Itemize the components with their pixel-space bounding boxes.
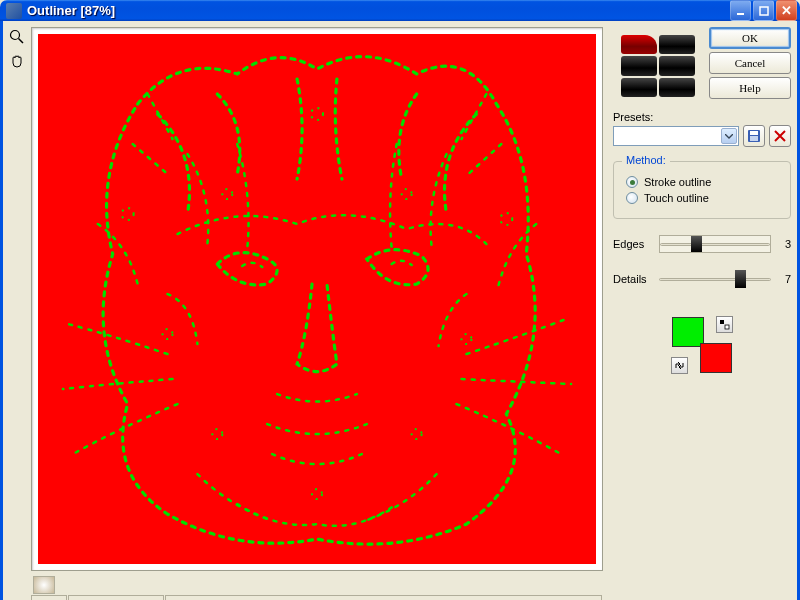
svg-rect-1 bbox=[760, 7, 768, 15]
svg-line-3 bbox=[19, 39, 24, 44]
svg-point-13 bbox=[312, 489, 322, 499]
svg-rect-17 bbox=[720, 320, 724, 324]
svg-rect-15 bbox=[750, 131, 758, 135]
svg-point-7 bbox=[461, 334, 471, 344]
delete-preset-icon[interactable] bbox=[769, 125, 791, 147]
svg-rect-18 bbox=[725, 325, 729, 329]
edges-value: 3 bbox=[777, 238, 791, 250]
svg-point-11 bbox=[212, 429, 222, 439]
edges-label: Edges bbox=[613, 238, 653, 250]
presets-label: Presets: bbox=[613, 111, 791, 123]
method-group: Method: Stroke outline Touch outline bbox=[613, 161, 791, 219]
titlebar[interactable]: Outliner [87%] ✕ bbox=[0, 0, 800, 21]
edges-slider[interactable] bbox=[659, 235, 771, 253]
swap-colors-icon[interactable] bbox=[671, 357, 688, 374]
close-button[interactable]: ✕ bbox=[776, 0, 797, 21]
svg-point-9 bbox=[402, 189, 412, 199]
svg-rect-16 bbox=[750, 136, 758, 141]
radio-label: Touch outline bbox=[644, 192, 709, 204]
presets-combo[interactable] bbox=[613, 126, 739, 146]
svg-point-4 bbox=[122, 208, 134, 220]
svg-point-8 bbox=[222, 189, 232, 199]
status-hint: Click and drag to scroll image in desire… bbox=[165, 595, 602, 600]
color-swatches bbox=[672, 317, 732, 373]
svg-point-12 bbox=[412, 429, 422, 439]
svg-point-2 bbox=[11, 31, 20, 40]
hand-tool-icon[interactable] bbox=[7, 51, 27, 71]
cancel-button[interactable]: Cancel bbox=[709, 52, 791, 74]
svg-point-10 bbox=[311, 108, 323, 120]
zoom-tool-icon[interactable] bbox=[7, 27, 27, 47]
help-button[interactable]: Help bbox=[709, 77, 791, 99]
radio-label: Stroke outline bbox=[644, 176, 711, 188]
svg-point-5 bbox=[500, 213, 512, 225]
svg-rect-0 bbox=[737, 13, 744, 15]
thumbnail-icon[interactable] bbox=[33, 576, 55, 594]
radio-touch-outline[interactable]: Touch outline bbox=[626, 192, 780, 204]
save-preset-icon[interactable] bbox=[743, 125, 765, 147]
zoom-status: 87% bbox=[31, 595, 67, 600]
details-value: 7 bbox=[777, 273, 791, 285]
svg-point-6 bbox=[163, 329, 173, 339]
method-group-title: Method: bbox=[622, 154, 670, 166]
window-title: Outliner [87%] bbox=[27, 3, 728, 18]
background-color-swatch[interactable] bbox=[700, 343, 732, 373]
status-progress bbox=[68, 595, 164, 600]
radio-icon bbox=[626, 192, 638, 204]
radio-icon bbox=[626, 176, 638, 188]
minimize-button[interactable] bbox=[730, 0, 751, 21]
radio-stroke-outline[interactable]: Stroke outline bbox=[626, 176, 780, 188]
chevron-down-icon[interactable] bbox=[721, 128, 737, 144]
details-slider[interactable] bbox=[659, 269, 771, 289]
vendor-logo bbox=[613, 27, 703, 105]
preview-frame bbox=[31, 27, 603, 571]
default-colors-icon[interactable] bbox=[716, 316, 733, 333]
app-icon bbox=[6, 3, 22, 19]
maximize-button[interactable] bbox=[753, 0, 774, 21]
preview-canvas[interactable] bbox=[38, 34, 596, 564]
ok-button[interactable]: OK bbox=[709, 27, 791, 49]
details-label: Details bbox=[613, 273, 653, 285]
tool-strip bbox=[3, 21, 31, 600]
